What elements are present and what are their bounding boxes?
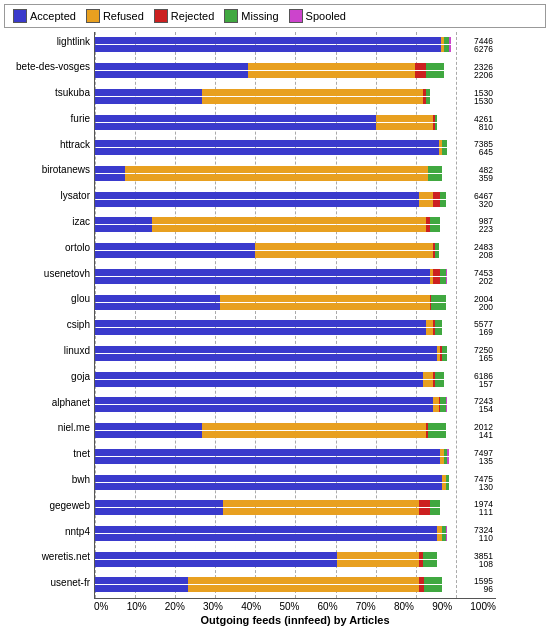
- legend-label: Rejected: [171, 10, 214, 22]
- bar-value: 169: [479, 327, 493, 337]
- bar-segment-refused: [423, 372, 434, 379]
- y-label: nntp4: [65, 522, 90, 540]
- bar-segment-missing: [426, 89, 430, 96]
- y-label: goja: [71, 367, 90, 385]
- bar-segment-missing: [426, 63, 444, 70]
- bar: 1530: [95, 89, 451, 96]
- x-axis-label: 20%: [165, 601, 185, 612]
- bar-segment-refused: [202, 97, 423, 104]
- bar-segment-missing: [435, 123, 437, 130]
- bar-segment-accepted: [95, 457, 440, 464]
- bar-segment-accepted: [95, 45, 441, 52]
- legend-label: Accepted: [30, 10, 76, 22]
- bar-value: 223: [479, 224, 493, 234]
- bar-segment-accepted: [95, 380, 423, 387]
- bar-segment-missing: [435, 243, 439, 250]
- bar-segment-refused: [188, 577, 419, 584]
- legend-item: Missing: [224, 9, 278, 23]
- y-label: httrack: [60, 135, 90, 153]
- bar-value: 135: [479, 456, 493, 466]
- x-axis-label: 80%: [394, 601, 414, 612]
- bar: 96: [95, 585, 451, 592]
- bar-segment-accepted: [95, 577, 188, 584]
- y-labels: lightlinkbete-des-vosgestsukubafuriehttr…: [4, 32, 94, 626]
- bar-segment-refused: [220, 295, 430, 302]
- bar-row: 6186157: [95, 370, 451, 388]
- bar-segment-rejected: [415, 63, 426, 70]
- bar-segment-accepted: [95, 174, 125, 181]
- bar-segment-accepted: [95, 37, 441, 44]
- bar-segment-accepted: [95, 423, 202, 430]
- bar-row: 7385645: [95, 139, 451, 157]
- x-axis-label: 60%: [318, 601, 338, 612]
- bar-row: 2012141: [95, 422, 451, 440]
- bar-value: 1530: [474, 96, 493, 106]
- bar-value: 6276: [474, 44, 493, 54]
- bar-segment-missing: [440, 192, 445, 199]
- bar-segment-missing: [430, 225, 441, 232]
- bar: 320: [95, 200, 451, 207]
- bar: 7385: [95, 140, 451, 147]
- bar-segment-rejected: [433, 277, 440, 284]
- bar: 135: [95, 457, 451, 464]
- y-label: furie: [71, 109, 90, 127]
- bar: 157: [95, 380, 451, 387]
- bar-segment-refused: [202, 423, 426, 430]
- y-label: glou: [71, 290, 90, 308]
- bar: 2483: [95, 243, 451, 250]
- bar-segment-refused: [125, 166, 428, 173]
- bar: 6186: [95, 372, 451, 379]
- x-axis-label: 70%: [356, 601, 376, 612]
- bar-segment-rejected: [415, 71, 426, 78]
- bar: 111: [95, 508, 451, 515]
- bar-segment-missing: [442, 148, 447, 155]
- bar: 130: [95, 483, 451, 490]
- y-label: izac: [72, 213, 90, 231]
- bar-segment-refused: [426, 320, 433, 327]
- bar: 2206: [95, 71, 451, 78]
- bar-segment-missing: [428, 174, 442, 181]
- bar-value: 208: [479, 250, 493, 260]
- bar-row: 74466276: [95, 36, 451, 54]
- bar-segment-refused: [426, 328, 433, 335]
- bar-segment-rejected: [433, 269, 440, 276]
- bar-segment-accepted: [95, 508, 223, 515]
- bar-row: 7324110: [95, 525, 451, 543]
- bar-segment-accepted: [95, 303, 220, 310]
- bar-value: 157: [479, 379, 493, 389]
- bar-row: 4261810: [95, 113, 451, 131]
- bar-segment-spooled: [446, 534, 448, 541]
- bar-segment-accepted: [95, 148, 439, 155]
- bar-segment-accepted: [95, 534, 437, 541]
- bar: 482: [95, 166, 451, 173]
- legend-label: Refused: [103, 10, 144, 22]
- y-label: usenetovh: [44, 264, 90, 282]
- bars-rows: 7446627623262206153015304261810738564548…: [95, 32, 496, 598]
- bar-segment-refused: [202, 431, 426, 438]
- legend-item: Accepted: [13, 9, 76, 23]
- legend-label: Missing: [241, 10, 278, 22]
- bar: 7497: [95, 449, 451, 456]
- bar-segment-refused: [248, 63, 415, 70]
- bar-segment-accepted: [95, 269, 430, 276]
- bar-segment-accepted: [95, 200, 419, 207]
- bar-value: 2206: [474, 70, 493, 80]
- bar-segment-refused: [223, 500, 419, 507]
- bar-segment-accepted: [95, 585, 188, 592]
- bar-segment-accepted: [95, 123, 376, 130]
- bar-value: 202: [479, 276, 493, 286]
- y-label: gegeweb: [49, 496, 90, 514]
- bar-segment-spooled: [447, 457, 449, 464]
- bar: 7475: [95, 475, 451, 482]
- x-axis-label: 50%: [279, 601, 299, 612]
- x-axis-label: 40%: [241, 601, 261, 612]
- x-axis-label: 10%: [127, 601, 147, 612]
- bar-segment-refused: [376, 115, 433, 122]
- bar-segment-missing: [442, 346, 447, 353]
- legend-item: Refused: [86, 9, 144, 23]
- bar-segment-missing: [428, 423, 446, 430]
- bar-segment-accepted: [95, 71, 248, 78]
- bar-segment-refused: [337, 552, 419, 559]
- x-axis-label: 100%: [470, 601, 496, 612]
- bar-segment-refused: [255, 243, 433, 250]
